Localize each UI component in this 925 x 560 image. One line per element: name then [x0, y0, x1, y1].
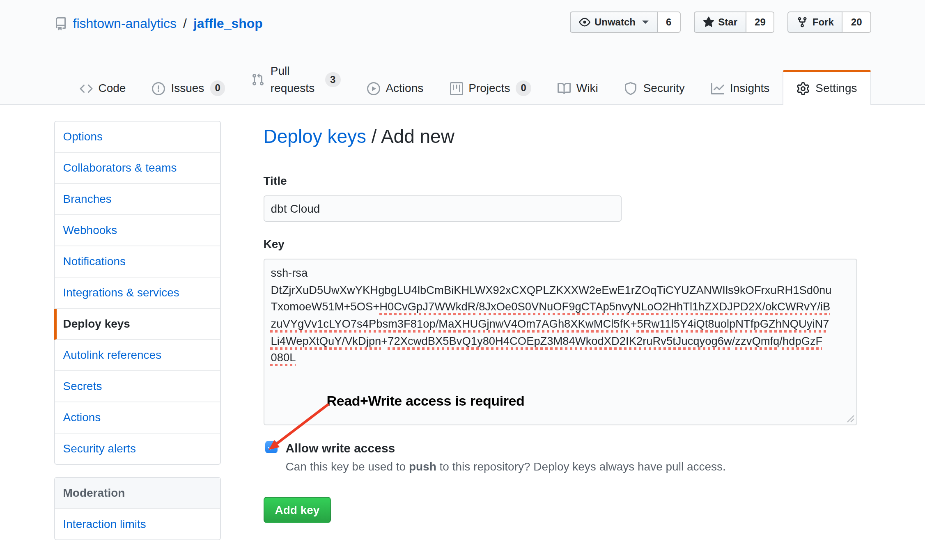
title-input[interactable] [264, 195, 622, 222]
star-count[interactable]: 29 [746, 11, 775, 33]
eye-icon [579, 16, 590, 28]
repo-header-strip: fishtown-analytics / jaffle_shop Unwatch… [0, 0, 925, 105]
key-line: 080L [271, 350, 850, 367]
tab-label: Issues [171, 80, 204, 97]
page: fishtown-analytics / jaffle_shop Unwatch… [0, 0, 925, 560]
fork-label: Fork [813, 15, 834, 30]
moderation-header: Moderation [55, 478, 220, 509]
tab-label: Wiki [576, 80, 598, 97]
unwatch-label: Unwatch [594, 15, 636, 30]
unwatch-count[interactable]: 6 [658, 11, 680, 33]
unwatch-button[interactable]: Unwatch [570, 11, 658, 33]
sidebar-item-secrets[interactable]: Secrets [55, 371, 220, 402]
repo-name-link[interactable]: jaffle_shop [193, 14, 263, 34]
settings-main: Deploy keys / Add new Title Key ssh-rsaD… [264, 121, 857, 523]
sidebar-item-integrations-services[interactable]: Integrations & services [55, 278, 220, 309]
tab-counter: 0 [210, 80, 225, 96]
sidebar-item-branches[interactable]: Branches [55, 184, 220, 215]
sidebar-item-notifications[interactable]: Notifications [55, 246, 220, 278]
star-icon [702, 16, 714, 28]
moderation-menu: Moderation Interaction limits [54, 477, 221, 540]
fork-button[interactable]: Fork [788, 11, 843, 33]
tab-label: Insights [730, 80, 770, 97]
annotation-arrow-icon [265, 403, 333, 454]
tab-issues[interactable]: Issues0 [139, 72, 238, 104]
tab-projects[interactable]: Projects0 [436, 72, 544, 104]
tab-code[interactable]: Code [67, 72, 139, 104]
pull-request-icon [252, 73, 265, 86]
sidebar-item-options[interactable]: Options [55, 122, 220, 153]
sidebar-item-deploy-keys[interactable]: Deploy keys [54, 309, 220, 340]
tab-label: Actions [386, 80, 423, 97]
sidebar-item-collaborators-teams[interactable]: Collaborators & teams [55, 153, 220, 184]
tab-security[interactable]: Security [611, 72, 698, 104]
page-title: Deploy keys / Add new [264, 123, 857, 149]
sidebar-item-interaction-limits[interactable]: Interaction limits [55, 509, 220, 539]
key-field-group: Key ssh-rsaDtZjrXuD5UwXwYKHgbgLU4lbCmBiK… [264, 236, 857, 523]
tab-label: Pull requests [271, 62, 319, 97]
allow-write-access-description: Can this key be used to push to this rep… [286, 458, 726, 475]
repo-breadcrumb: fishtown-analytics / jaffle_shop [54, 14, 263, 34]
repo-separator: / [183, 14, 187, 34]
key-line: ssh-rsa [271, 265, 850, 282]
sidebar-item-actions[interactable]: Actions [55, 402, 220, 434]
title-field-group: Title [264, 172, 857, 222]
code-icon [80, 82, 93, 95]
tab-wiki[interactable]: Wiki [544, 72, 611, 104]
allow-write-access-row[interactable]: Allow write access Can this key be used … [264, 439, 857, 475]
settings-menu: OptionsCollaborators & teamsBranchesWebh… [54, 121, 221, 465]
settings-content: OptionsCollaborators & teamsBranchesWebh… [54, 121, 871, 540]
tab-label: Projects [468, 80, 510, 97]
settings-sidebar: OptionsCollaborators & teamsBranchesWebh… [54, 121, 221, 540]
moderation-items: Interaction limits [55, 509, 220, 539]
sidebar-item-webhooks[interactable]: Webhooks [55, 215, 220, 246]
graph-icon [711, 82, 724, 95]
fork-count[interactable]: 20 [843, 11, 871, 33]
allow-write-access-text: Allow write access Can this key be used … [286, 439, 726, 475]
play-icon [367, 82, 380, 95]
unwatch-button-group: Unwatch6 [570, 11, 680, 33]
shield-icon [624, 82, 638, 95]
sidebar-item-autolink-references[interactable]: Autolink references [55, 340, 220, 371]
project-icon [450, 82, 463, 95]
tab-label: Code [99, 80, 126, 97]
caret-down-icon [642, 21, 649, 27]
book-icon [558, 82, 571, 95]
sidebar-item-security-alerts[interactable]: Security alerts [55, 434, 220, 464]
deploy-keys-link[interactable]: Deploy keys [264, 126, 367, 147]
tab-label: Settings [815, 80, 857, 97]
repo-nav: CodeIssues0Pull requests3ActionsProjects… [54, 55, 871, 104]
breadcrumb-separator: / [366, 126, 381, 147]
fork-icon [797, 16, 808, 28]
repo-icon [54, 17, 67, 30]
gear-icon [796, 82, 810, 95]
resize-grip-icon[interactable] [847, 415, 855, 423]
key-line: Li4WepXtQuY/VkDjpn+72XcwdBX5BvQ1y80H4COE… [271, 333, 850, 350]
add-key-button[interactable]: Add key [264, 497, 331, 523]
key-line: DtZjrXuD5UwXwYKHgbgLU4lbCmBiKHLWX92xCXQP… [271, 282, 850, 299]
tab-actions[interactable]: Actions [353, 72, 436, 104]
tab-insights[interactable]: Insights [698, 72, 783, 104]
repo-header: fishtown-analytics / jaffle_shop Unwatch… [54, 11, 871, 34]
tab-label: Security [643, 80, 685, 97]
key-line: zuVYgVv1cLYO7s4Pbsm3F81op/MaXHUGjnwV4Om7… [271, 316, 850, 333]
key-area: ssh-rsaDtZjrXuD5UwXwYKHgbgLU4lbCmBiKHLWX… [264, 259, 857, 523]
key-label: Key [264, 236, 857, 253]
repo-owner-link[interactable]: fishtown-analytics [73, 14, 177, 34]
tab-counter: 3 [325, 72, 340, 87]
fork-button-group: Fork20 [788, 11, 871, 33]
star-button[interactable]: Star [693, 11, 746, 33]
title-label: Title [264, 172, 857, 190]
tab-counter: 0 [516, 80, 531, 96]
issue-opened-icon [152, 82, 165, 95]
breadcrumb-current: Add new [381, 126, 454, 147]
key-line: TxomoeW51M+5OS+H0CvGpJ7WWkdR/8JxOe0S0VNu… [271, 299, 850, 316]
annotation-text: Read+Write access is required [327, 391, 525, 412]
repo-actions: Unwatch6Star29Fork20 [570, 11, 871, 33]
star-button-group: Star29 [693, 11, 774, 33]
star-label: Star [718, 15, 737, 30]
allow-write-access-label: Allow write access [286, 439, 726, 457]
tab-settings[interactable]: Settings [783, 70, 871, 105]
repo-icon [54, 14, 67, 34]
tab-pull-requests[interactable]: Pull requests3 [239, 55, 354, 104]
